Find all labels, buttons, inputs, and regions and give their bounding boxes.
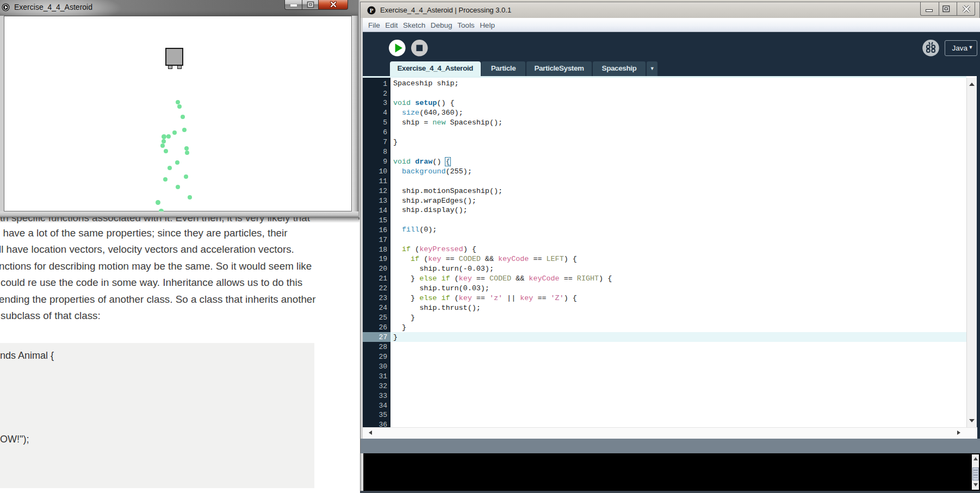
- svg-text:P: P: [370, 7, 374, 14]
